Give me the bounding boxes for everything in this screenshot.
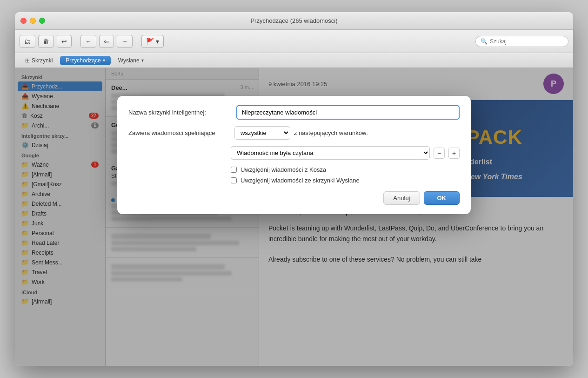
checkbox-wyslane-label: Uwzględnij wiadomości ze skrzynki Wysłan… — [241, 177, 360, 184]
remove-condition-button[interactable]: − — [434, 148, 445, 159]
cancel-button[interactable]: Anuluj — [383, 191, 420, 205]
main-content: Skrzynki 📥 Przychodz... 📤 Wysłane ⚠️ Nie… — [15, 68, 573, 366]
dialog-contains-label: Zawiera wiadomości spełniające — [128, 129, 231, 136]
dialog-contains-select[interactable]: wszystkie dowolne — [234, 126, 290, 140]
main-window: Przychodzące (265 wiadomości) 🗂 🗑 ↩ ← ⇐ … — [15, 12, 573, 366]
add-condition-button[interactable]: + — [448, 148, 460, 159]
reply-button[interactable]: ↩ — [57, 35, 72, 48]
search-icon: 🔍 — [481, 38, 488, 45]
delete-button[interactable]: 🗑 — [38, 35, 54, 48]
toolbar-separator — [76, 34, 76, 48]
dialog-name-input[interactable] — [236, 105, 460, 120]
maximize-button[interactable] — [39, 18, 45, 24]
tab-skrzynki[interactable]: ⊞ Skrzynki — [20, 55, 58, 66]
tab-wyslane-chevron: ▾ — [141, 58, 144, 63]
dialog-conditions-suffix: z następujących warunków: — [294, 129, 368, 136]
checkbox-row-1: Uwzględnij wiadomości z Kosza — [231, 166, 460, 173]
toolbar: 🗂 🗑 ↩ ← ⇐ → 🚩 ▾ 🔍 — [15, 30, 573, 53]
back-button[interactable]: ← — [80, 35, 96, 48]
tab-wyslane-label: Wysłane — [118, 57, 140, 64]
dialog-name-row: Nazwa skrzynki inteligentnej: — [128, 105, 460, 120]
close-button[interactable] — [20, 18, 27, 24]
tab-przychodzace-chevron: ▾ — [103, 58, 105, 63]
dialog-name-label: Nazwa skrzynki inteligentnej: — [128, 109, 231, 116]
search-input[interactable] — [490, 38, 560, 45]
traffic-lights — [20, 18, 45, 24]
reply-all-button[interactable]: ⇐ — [99, 35, 114, 48]
toolbar-separator2 — [137, 34, 137, 48]
tabbar: ⊞ Skrzynki Przychodzące ▾ Wysłane ▾ — [15, 53, 573, 68]
archive-button[interactable]: 🗂 — [20, 35, 35, 48]
window-title: Przychodzące (265 wiadomości) — [250, 17, 337, 24]
dialog-overlay: Nazwa skrzynki inteligentnej: Zawiera wi… — [15, 68, 573, 366]
ok-button[interactable]: OK — [424, 191, 460, 205]
flag-button[interactable]: 🚩 ▾ — [141, 35, 164, 48]
checkbox-wyslane[interactable] — [231, 177, 237, 183]
forward-button[interactable]: → — [117, 35, 133, 48]
minimize-button[interactable] — [30, 18, 36, 24]
dialog-condition-row: Wiadomość nie była czytana Wiadomość był… — [128, 146, 460, 160]
dialog-contains-row: Zawiera wiadomości spełniające wszystkie… — [128, 126, 460, 140]
tab-skrzynki-label: Skrzynki — [32, 57, 53, 64]
dialog-buttons: Anuluj OK — [128, 191, 460, 205]
dialog-condition-select[interactable]: Wiadomość nie była czytana Wiadomość był… — [231, 146, 430, 160]
titlebar: Przychodzące (265 wiadomości) — [15, 12, 573, 30]
tab-wyslane[interactable]: Wysłane ▾ — [113, 55, 149, 66]
dialog-checkboxes: Uwzględnij wiadomości z Kosza Uwzględnij… — [128, 166, 460, 184]
checkbox-kosz[interactable] — [231, 167, 237, 173]
search-box: 🔍 — [475, 36, 568, 47]
tab-przychodzace[interactable]: Przychodzące ▾ — [60, 56, 110, 65]
new-smart-mailbox-dialog: Nazwa skrzynki inteligentnej: Zawiera wi… — [117, 96, 471, 214]
tab-skrzynki-icon: ⊞ — [25, 57, 30, 64]
checkbox-kosz-label: Uwzględnij wiadomości z Kosza — [241, 166, 326, 173]
checkbox-row-2: Uwzględnij wiadomości ze skrzynki Wysłan… — [231, 177, 460, 184]
tab-przychodzace-label: Przychodzące — [66, 57, 100, 64]
